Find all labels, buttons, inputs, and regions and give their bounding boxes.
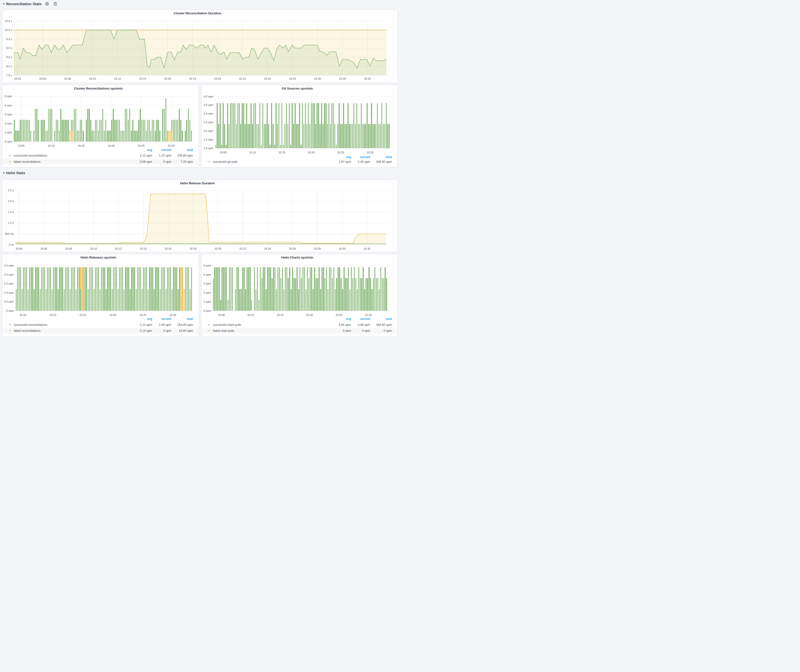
svg-text:0 opm: 0 opm [362,329,370,333]
svg-text:15:06: 15:06 [40,247,47,250]
svg-text:15:12: 15:12 [115,247,122,250]
svg-text:2.5 s: 2.5 s [8,189,14,192]
svg-text:15:25: 15:25 [139,314,146,317]
svg-text:15:14: 15:14 [139,77,146,80]
svg-text:avg: avg [147,148,152,152]
svg-text:0 opm: 0 opm [384,329,392,333]
svg-text:254.40 opm: 254.40 opm [178,323,193,326]
svg-text:2.10 opm: 2.10 opm [140,323,152,326]
svg-text:1.5 s: 1.5 s [8,211,14,214]
svg-text:15:15: 15:15 [78,144,85,147]
svg-text:15:32: 15:32 [364,247,371,250]
svg-text:15:15: 15:15 [278,151,285,154]
svg-text:Git Sources ops/min: Git Sources ops/min [282,86,313,90]
svg-text:Helm Charts ops/min: Helm Charts ops/min [281,256,313,259]
svg-text:15:20: 15:20 [214,77,221,80]
svg-text:9.5 s: 9.5 s [6,38,12,41]
svg-text:2.5 opm: 2.5 opm [4,264,14,267]
svg-text:current: current [360,155,370,159]
svg-text:15:30: 15:30 [339,247,346,250]
svg-text:Reconciliation Stats: Reconciliation Stats [6,2,42,6]
svg-text:4 opm: 4 opm [5,104,12,107]
svg-text:15:28: 15:28 [314,247,321,250]
svg-text:0 opm: 0 opm [163,160,171,163]
svg-text:current: current [161,317,171,321]
svg-text:successful chart pulls: successful chart pulls [213,323,241,326]
svg-text:15:32: 15:32 [364,77,371,80]
svg-text:5 opm: 5 opm [5,95,12,98]
svg-text:2 opm: 2 opm [5,122,12,125]
svg-text:successful git pulls: successful git pulls [213,160,238,163]
svg-text:15:10: 15:10 [249,151,256,154]
svg-text:failed chart pulls: failed chart pulls [213,329,235,333]
svg-text:avg: avg [346,317,351,321]
svg-text:failed reconciliations: failed reconciliations [14,329,40,333]
svg-text:15:10: 15:10 [247,314,254,317]
svg-text:15:30: 15:30 [168,144,174,147]
svg-text:15:20: 15:20 [108,144,115,147]
svg-text:15:16: 15:16 [165,247,172,250]
svg-text:2.5 opm: 2.5 opm [203,121,213,124]
svg-text:0 ns: 0 ns [9,243,14,246]
svg-text:3.0 opm: 3.0 opm [203,112,213,115]
svg-text:8.0 s: 8.0 s [6,65,12,68]
svg-text:15:04: 15:04 [14,77,21,80]
svg-text:total: total [386,317,392,321]
svg-text:2.40 opm: 2.40 opm [159,323,171,326]
svg-text:avg: avg [346,155,351,159]
svg-text:15:10: 15:10 [89,77,96,80]
svg-text:1.5 opm: 1.5 opm [203,138,213,141]
svg-text:465.60 opm: 465.60 opm [376,323,392,326]
svg-text:15:20: 15:20 [306,314,313,317]
svg-text:346.80 opm: 346.80 opm [376,160,392,163]
svg-text:15:06: 15:06 [39,77,46,80]
svg-text:0 opm: 0 opm [203,309,211,312]
svg-text:avg: avg [147,317,152,321]
svg-text:15:22: 15:22 [239,77,246,80]
svg-text:15:20: 15:20 [308,151,315,154]
svg-text:15:15: 15:15 [277,314,284,317]
svg-text:successful reconciliations: successful reconciliations [14,323,47,326]
svg-text:15:05: 15:05 [220,151,227,154]
svg-text:0.13 opm: 0.13 opm [140,329,152,333]
svg-text:15:26: 15:26 [289,77,296,80]
svg-text:15:22: 15:22 [239,247,246,250]
svg-text:15.60 opm: 15.60 opm [179,329,193,333]
svg-text:2 opm: 2 opm [203,291,211,294]
svg-text:2.0 opm: 2.0 opm [203,130,213,132]
svg-text:15:16: 15:16 [164,77,171,80]
svg-text:500 ms: 500 ms [5,232,14,235]
svg-text:15:24: 15:24 [264,77,271,80]
svg-text:0.06 opm: 0.06 opm [140,160,152,163]
svg-text:0 opm: 0 opm [343,329,351,333]
svg-text:15:10: 15:10 [90,247,97,250]
svg-text:5 opm: 5 opm [203,264,211,267]
svg-text:4.80 opm: 4.80 opm [358,323,370,326]
svg-text:256.80 opm: 256.80 opm [178,154,193,157]
svg-text:15:08: 15:08 [64,77,71,80]
svg-text:successful reconciliations: successful reconciliations [14,154,47,157]
svg-text:15:18: 15:18 [189,247,197,250]
svg-text:0 opm: 0 opm [163,329,171,333]
svg-text:Cluster Reconciliations ops/mi: Cluster Reconciliations ops/min [74,86,122,90]
svg-text:total: total [386,155,392,159]
svg-text:10.5 s: 10.5 s [5,19,12,22]
svg-text:Helm Release Duration: Helm Release Duration [180,181,215,185]
svg-text:3.85 opm: 3.85 opm [339,323,351,326]
svg-text:3 opm: 3 opm [203,282,211,285]
svg-text:15:28: 15:28 [314,77,321,80]
svg-text:15:30: 15:30 [366,151,374,154]
svg-text:1.0 opm: 1.0 opm [4,291,14,294]
svg-text:Helm Releases ops/min: Helm Releases ops/min [80,256,116,259]
svg-text:15:24: 15:24 [264,247,271,250]
svg-text:15:20: 15:20 [109,314,116,317]
svg-text:total: total [187,317,193,321]
svg-text:7.20 opm: 7.20 opm [181,160,193,163]
svg-text:failed reconciliations: failed reconciliations [14,160,40,163]
svg-text:2.0 s: 2.0 s [8,200,14,203]
svg-text:15:05: 15:05 [218,314,225,317]
svg-text:1.0 opm: 1.0 opm [203,147,213,150]
svg-text:15:05: 15:05 [19,314,26,317]
svg-text:7.5 s: 7.5 s [6,74,12,77]
svg-text:15:20: 15:20 [214,247,221,250]
